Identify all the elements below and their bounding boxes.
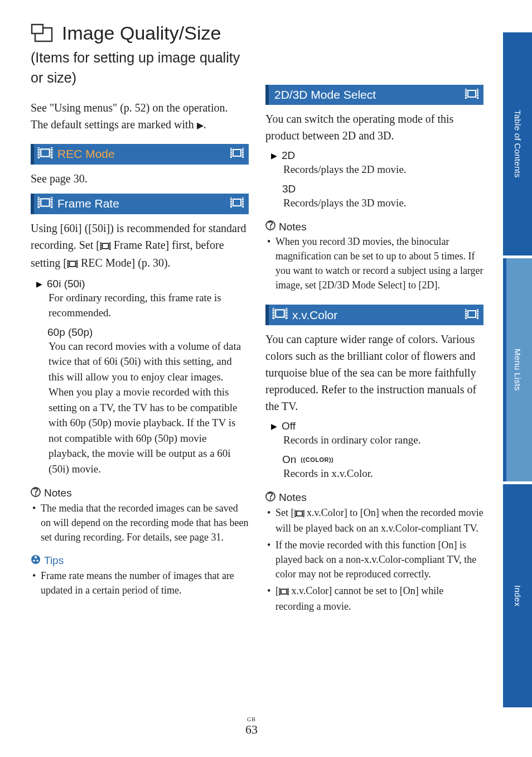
- section-label: 2D/3D Mode Select: [274, 88, 460, 102]
- svg-point-44: [36, 560, 38, 562]
- section-mode-select: 2D/3D Mode Select: [265, 85, 483, 105]
- default-marker-icon: ▶: [271, 422, 277, 430]
- rec-mode-body: See page 30.: [31, 170, 249, 187]
- film-icon: [37, 197, 53, 211]
- notes-icon: [265, 220, 275, 233]
- film-icon: [294, 507, 304, 521]
- tab-menu-lists[interactable]: Menu Lists: [503, 258, 532, 481]
- mode-select-body: You can switch the operating mode of thi…: [265, 110, 483, 144]
- side-tabs: Table of Contents Menu Lists Index: [503, 0, 532, 757]
- page-subtitle: (Items for setting up image quality or s…: [31, 47, 249, 88]
- notes-icon: [265, 491, 275, 504]
- image-quality-icon: [31, 23, 55, 44]
- film-icon: [37, 147, 53, 161]
- option-2d: ▶2D Records/plays the 2D movie.: [271, 150, 483, 177]
- notes-heading: Notes: [31, 487, 249, 500]
- xvcolor-body: You can capture wider range of colors. V…: [265, 331, 483, 414]
- option-60i: ▶60i (50i) For ordinary recording, this …: [36, 278, 249, 321]
- frame-rate-notes: The media that the recorded images can b…: [31, 501, 249, 544]
- notes-heading: Notes: [265, 491, 483, 504]
- intro-text: See "Using menus" (p. 52) on the operati…: [31, 99, 249, 133]
- tab-toc[interactable]: Table of Contents: [503, 32, 532, 255]
- svg-point-42: [35, 556, 37, 558]
- notes-icon: [31, 487, 41, 500]
- option-3d: 3D Records/plays the 3D movie.: [271, 183, 483, 211]
- default-marker-icon: ▶: [271, 152, 277, 160]
- color-mark-icon: ((COLOR)): [301, 456, 333, 463]
- svg-point-43: [33, 560, 35, 562]
- film-icon: [67, 255, 78, 272]
- page-footer: GB 63: [0, 716, 503, 737]
- section-label: Frame Rate: [57, 197, 225, 210]
- option-off: ▶Off Records in ordinary color range.: [271, 420, 483, 448]
- xvcolor-notes: Set [ x.v.Color] to [On] when the record…: [265, 505, 483, 614]
- section-xvcolor: x.v.Color: [265, 305, 483, 325]
- option-60p: 60p (50p) You can record movies with a v…: [36, 326, 249, 477]
- frame-rate-tips: Frame rate means the number of images th…: [31, 568, 249, 597]
- default-marker-icon: ▶: [36, 280, 42, 288]
- tab-index[interactable]: Index: [503, 484, 532, 707]
- section-frame-rate: Frame Rate: [31, 194, 249, 214]
- frame-rate-body: Using [60i] ([50i]) is recommended for s…: [31, 220, 249, 272]
- film-icon: [465, 88, 479, 102]
- option-on: On ((COLOR)) Records in x.v.Color.: [271, 454, 483, 481]
- page-title-text: Image Quality/Size: [62, 22, 221, 44]
- section-label: REC Mode: [57, 147, 225, 161]
- page-title: Image Quality/Size: [31, 22, 249, 44]
- film-icon: [465, 308, 479, 322]
- film-icon: [272, 308, 288, 322]
- section-label: x.v.Color: [292, 308, 460, 322]
- film-icon: [230, 147, 244, 161]
- film-icon: [230, 197, 244, 210]
- tips-icon: [31, 555, 41, 567]
- notes-heading: Notes: [265, 220, 483, 233]
- tips-heading: Tips: [31, 555, 249, 567]
- film-icon: [279, 585, 289, 599]
- film-icon: [100, 238, 111, 254]
- mode-select-notes: When you record 3D movies, the binocular…: [265, 234, 483, 292]
- svg-rect-39: [32, 25, 43, 33]
- section-rec-mode: REC Mode: [31, 144, 249, 165]
